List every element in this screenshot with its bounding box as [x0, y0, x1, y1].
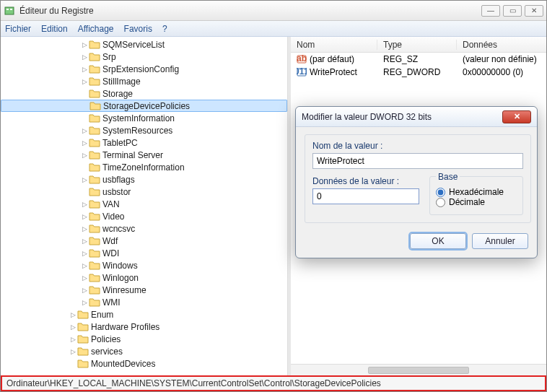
- value-data-label: Données de la valeur :: [312, 176, 419, 186]
- ok-button[interactable]: OK: [410, 233, 466, 249]
- tree-node[interactable]: SystemInformation: [1, 112, 287, 124]
- expand-icon[interactable]: ▷: [69, 336, 77, 343]
- tree-node-label: Policies: [91, 334, 121, 344]
- value-row[interactable]: 011WriteProtectREG_DWORD0x00000000 (0): [291, 66, 546, 79]
- tree-node[interactable]: ▷Hardware Profiles: [1, 321, 287, 333]
- tree-node[interactable]: ▷Srp: [1, 51, 287, 63]
- folder-icon: [89, 126, 100, 135]
- tree-node-label: Hardware Profiles: [91, 322, 159, 332]
- tree-node[interactable]: ▷Terminal Server: [1, 149, 287, 161]
- folder-icon: [89, 273, 100, 282]
- tree-node-label: StillImage: [102, 77, 141, 87]
- tree-node[interactable]: ▷VAN: [1, 198, 287, 210]
- dialog-close-button[interactable]: ✕: [502, 110, 531, 123]
- value-data-field[interactable]: [312, 188, 419, 204]
- registry-tree[interactable]: ▷SQMServiceList▷Srp▷SrpExtensionConfig▷S…: [1, 37, 288, 375]
- expand-icon[interactable]: ▷: [80, 213, 89, 220]
- menu-edition[interactable]: Edition: [41, 24, 68, 34]
- tree-node[interactable]: ▷SQMServiceList: [1, 38, 287, 51]
- tree-node-label: Wdf: [102, 236, 118, 246]
- values-header: Nom Type Données: [291, 37, 546, 53]
- tree-node[interactable]: ▷wcncsvc: [1, 222, 287, 235]
- expand-icon[interactable]: ▷: [69, 311, 77, 318]
- tree-node[interactable]: ▷services: [1, 345, 287, 357]
- tree-node[interactable]: ▷Winlogon: [1, 271, 287, 284]
- tree-node[interactable]: ▷SystemResources: [1, 124, 287, 136]
- value-name: WriteProtect: [310, 67, 357, 77]
- cancel-button[interactable]: Annuler: [472, 233, 528, 249]
- expand-icon[interactable]: ▷: [80, 238, 89, 245]
- tree-node[interactable]: ▷usbflags: [1, 173, 287, 186]
- tree-node[interactable]: ▷Policies: [1, 333, 287, 345]
- expand-icon[interactable]: ▷: [80, 225, 89, 232]
- expand-icon[interactable]: ▷: [80, 152, 89, 159]
- menu-fichier[interactable]: Fichier: [5, 24, 31, 34]
- folder-icon: [89, 64, 100, 74]
- radio-hex-input[interactable]: [436, 188, 445, 197]
- window-title: Éditeur du Registre: [19, 6, 94, 16]
- folder-icon: [77, 347, 89, 356]
- folder-icon: [89, 297, 100, 307]
- maximize-button[interactable]: ▭: [503, 5, 522, 17]
- col-data[interactable]: Données: [457, 40, 546, 50]
- radio-hex-label: Hexadécimale: [449, 187, 504, 197]
- tree-node[interactable]: TimeZoneInformation: [1, 161, 287, 173]
- menu-help[interactable]: ?: [162, 24, 167, 34]
- tree-node-label: Srp: [102, 52, 116, 62]
- tree-node[interactable]: ▷WMI: [1, 296, 287, 308]
- tree-node-label: Winlogon: [102, 273, 139, 283]
- expand-icon[interactable]: ▷: [80, 78, 89, 85]
- expand-icon[interactable]: ▷: [80, 299, 89, 306]
- tree-node[interactable]: Storage: [1, 87, 287, 100]
- expand-icon[interactable]: ▷: [80, 274, 89, 282]
- value-name-field[interactable]: [312, 153, 523, 169]
- tree-node-label: SystemInformation: [102, 113, 175, 123]
- tree-node-label: WMI: [102, 297, 121, 308]
- expand-icon[interactable]: ▷: [80, 41, 89, 48]
- tree-node[interactable]: ▷TabletPC: [1, 136, 287, 149]
- menu-affichage[interactable]: Affichage: [78, 24, 114, 34]
- tree-node[interactable]: ▷StillImage: [1, 75, 287, 87]
- expand-icon[interactable]: ▷: [69, 323, 77, 331]
- tree-node-label: WDI: [102, 248, 119, 258]
- expand-icon[interactable]: ▷: [80, 127, 89, 134]
- close-button[interactable]: ✕: [525, 5, 543, 17]
- tree-node[interactable]: ▷WDI: [1, 247, 287, 259]
- expand-icon[interactable]: ▷: [80, 262, 89, 269]
- folder-icon: [89, 212, 100, 221]
- folder-icon: [89, 52, 100, 61]
- folder-icon: [89, 89, 100, 98]
- tree-node[interactable]: ▷SrpExtensionConfig: [1, 63, 287, 75]
- expand-icon[interactable]: ▷: [80, 176, 89, 183]
- expand-icon[interactable]: ▷: [80, 139, 89, 147]
- expand-icon[interactable]: ▷: [69, 348, 77, 355]
- tree-node[interactable]: ▷Video: [1, 210, 287, 222]
- expand-icon[interactable]: ▷: [80, 201, 89, 208]
- expand-icon[interactable]: ▷: [80, 250, 89, 257]
- expand-icon[interactable]: ▷: [80, 53, 89, 61]
- minimize-button[interactable]: —: [481, 5, 500, 17]
- tree-node[interactable]: ▷Windows: [1, 259, 287, 271]
- radio-dec-input[interactable]: [436, 198, 445, 207]
- value-type: REG_DWORD: [377, 67, 457, 77]
- tree-node[interactable]: ▷Winresume: [1, 284, 287, 296]
- tree-node[interactable]: MountedDevices: [1, 357, 287, 370]
- col-type[interactable]: Type: [377, 40, 457, 50]
- tree-node[interactable]: StorageDevicePolicies: [1, 100, 287, 112]
- horizontal-scrollbar[interactable]: [291, 364, 546, 375]
- expand-icon[interactable]: ▷: [80, 66, 89, 73]
- col-name[interactable]: Nom: [291, 40, 377, 50]
- svg-rect-0: [5, 7, 14, 14]
- radio-hex[interactable]: Hexadécimale: [436, 187, 517, 197]
- expand-icon[interactable]: ▷: [80, 287, 89, 294]
- titlebar: Éditeur du Registre — ▭ ✕: [1, 1, 546, 21]
- folder-icon: [89, 187, 100, 196]
- tree-node-label: Enum: [91, 310, 113, 320]
- value-row[interactable]: ab(par défaut)REG_SZ(valeur non définie): [291, 53, 546, 66]
- tree-node[interactable]: ▷Enum: [1, 308, 287, 321]
- menu-favoris[interactable]: Favoris: [124, 24, 152, 34]
- radio-dec[interactable]: Décimale: [436, 197, 517, 207]
- tree-node[interactable]: ▷Wdf: [1, 235, 287, 247]
- tree-node[interactable]: usbstor: [1, 186, 287, 198]
- tree-node-label: SrpExtensionConfig: [102, 64, 179, 74]
